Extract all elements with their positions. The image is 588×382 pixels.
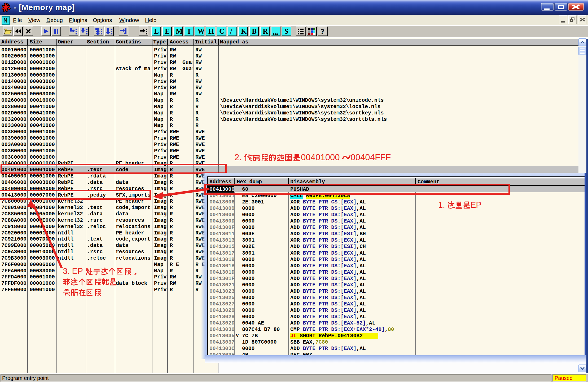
svg-text:00404FFF: 00404FFF [350,154,391,162]
svg-text:2.: 2. [234,154,242,162]
svg-text:00401000: 00401000 [301,154,340,162]
svg-text:3. EP: 3. EP [63,268,83,276]
svg-text:1.: 1. [438,201,445,210]
svg-text:EP: EP [471,201,481,210]
